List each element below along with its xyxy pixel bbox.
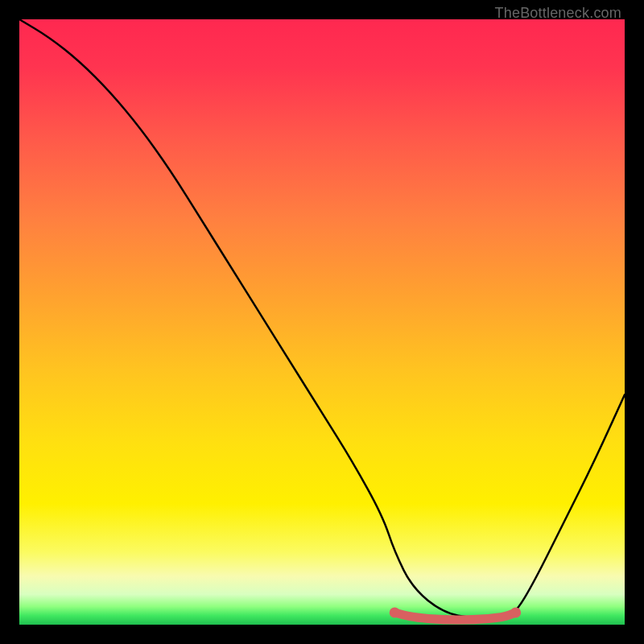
bottleneck-curve [19,19,625,618]
plot-area [19,19,625,625]
optimal-range-highlight-endpoint [390,607,400,617]
optimal-range-highlight [394,613,515,620]
optimal-range-highlight-endpoint [510,607,521,617]
chart-container: TheBottleneck.com [0,0,644,644]
curve-svg [19,19,625,625]
